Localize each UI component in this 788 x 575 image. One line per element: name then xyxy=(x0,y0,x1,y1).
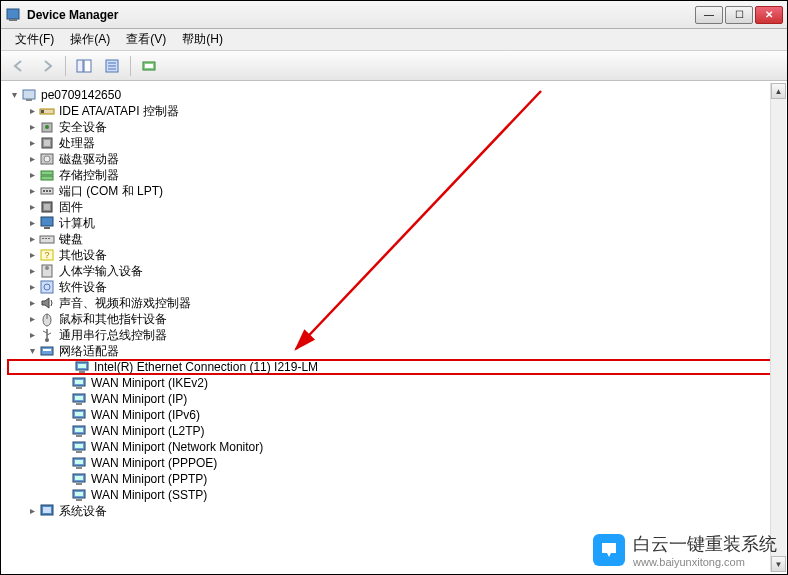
svg-point-42 xyxy=(45,338,49,342)
hid-icon xyxy=(39,263,55,279)
tree-node-label: WAN Miniport (SSTP) xyxy=(91,487,207,503)
maximize-button[interactable]: ☐ xyxy=(725,6,753,24)
tree-category[interactable]: ▸ 固件 xyxy=(7,199,785,215)
firmware-icon xyxy=(39,199,55,215)
tree-category[interactable]: ▸ ? 其他设备 xyxy=(7,247,785,263)
menu-help[interactable]: 帮助(H) xyxy=(174,29,231,50)
close-button[interactable]: ✕ xyxy=(755,6,783,24)
expand-icon[interactable]: ▸ xyxy=(25,168,39,182)
tree-network-adapter[interactable]: Intel(R) Ethernet Connection (11) I219-L… xyxy=(7,359,785,375)
svg-rect-68 xyxy=(76,467,82,469)
tree-node-label: 计算机 xyxy=(59,215,95,231)
svg-rect-30 xyxy=(40,236,54,243)
adapter-icon xyxy=(71,375,87,391)
expand-icon[interactable]: ▸ xyxy=(25,280,39,294)
tree-category[interactable]: ▸ 安全设备 xyxy=(7,119,785,135)
tree-network-adapter[interactable]: WAN Miniport (SSTP) xyxy=(7,487,785,503)
scroll-up-button[interactable]: ▲ xyxy=(771,83,786,99)
svg-rect-47 xyxy=(43,349,51,351)
tree-category[interactable]: ▸ 键盘 xyxy=(7,231,785,247)
expand-icon[interactable]: ▸ xyxy=(25,328,39,342)
tree-node-label: WAN Miniport (IKEv2) xyxy=(91,375,208,391)
title-bar: Device Manager — ☐ ✕ xyxy=(1,1,787,29)
forward-button[interactable] xyxy=(35,54,59,78)
minimize-button[interactable]: — xyxy=(695,6,723,24)
menu-view[interactable]: 查看(V) xyxy=(118,29,174,50)
expand-icon[interactable]: ▸ xyxy=(25,184,39,198)
expand-icon[interactable]: ▸ xyxy=(25,232,39,246)
tree-node-label: WAN Miniport (IPv6) xyxy=(91,407,200,423)
tree-category[interactable]: ▸ 存储控制器 xyxy=(7,167,785,183)
tree-category[interactable]: ▸ 计算机 xyxy=(7,215,785,231)
adapter-icon xyxy=(71,391,87,407)
usb-icon xyxy=(39,327,55,343)
tree-root[interactable]: ▾ pe0709142650 xyxy=(7,87,785,103)
menu-action[interactable]: 操作(A) xyxy=(62,29,118,50)
storage-icon xyxy=(39,167,55,183)
watermark: 白云一键重装系统 www.baiyunxitong.com xyxy=(593,532,777,568)
port-icon xyxy=(39,183,55,199)
tree-network-adapter[interactable]: WAN Miniport (PPPOE) xyxy=(7,455,785,471)
expand-icon[interactable]: ▸ xyxy=(25,264,39,278)
expand-icon[interactable]: ▸ xyxy=(25,216,39,230)
tree-category[interactable]: ▸ 软件设备 xyxy=(7,279,785,295)
tree-category[interactable]: ▸ 鼠标和其他指针设备 xyxy=(7,311,785,327)
tree-category[interactable]: ▸ 系统设备 xyxy=(7,503,785,519)
network-icon xyxy=(39,343,55,359)
svg-point-37 xyxy=(45,266,49,270)
keyboard-icon xyxy=(39,231,55,247)
properties-button[interactable] xyxy=(100,54,124,78)
device-tree[interactable]: ▾ pe0709142650 ▸ IDE ATA/ATAPI 控制器 ▸ 安全设… xyxy=(1,81,787,574)
mouse-icon xyxy=(39,311,55,327)
expand-icon[interactable]: ▸ xyxy=(25,248,39,262)
audio-icon xyxy=(39,295,55,311)
expand-icon[interactable]: ▸ xyxy=(25,152,39,166)
back-button[interactable] xyxy=(7,54,31,78)
scroll-track[interactable] xyxy=(771,99,786,556)
tree-network-adapter[interactable]: WAN Miniport (IKEv2) xyxy=(7,375,785,391)
collapse-icon[interactable]: ▾ xyxy=(7,88,21,102)
tree-category[interactable]: ▸ IDE ATA/ATAPI 控制器 xyxy=(7,103,785,119)
tree-category[interactable]: ▸ 人体学输入设备 xyxy=(7,263,785,279)
tree-node-label: WAN Miniport (PPTP) xyxy=(91,471,207,487)
other-icon: ? xyxy=(39,247,55,263)
expand-icon[interactable]: ▸ xyxy=(25,200,39,214)
tree-category[interactable]: ▸ 通用串行总线控制器 xyxy=(7,327,785,343)
svg-rect-65 xyxy=(76,451,82,453)
svg-rect-28 xyxy=(41,217,53,226)
tree-category[interactable]: ▸ 处理器 xyxy=(7,135,785,151)
show-hidden-button[interactable] xyxy=(72,54,96,78)
svg-rect-49 xyxy=(78,364,86,368)
tree-network-adapter[interactable]: WAN Miniport (PPTP) xyxy=(7,471,785,487)
expand-icon[interactable]: ▸ xyxy=(25,120,39,134)
tree-node-label: 键盘 xyxy=(59,231,83,247)
toolbar-separator xyxy=(130,56,131,76)
svg-rect-53 xyxy=(76,387,82,389)
security-icon xyxy=(39,119,55,135)
tree-network-adapter[interactable]: WAN Miniport (L2TP) xyxy=(7,423,785,439)
tree-node-label: 鼠标和其他指针设备 xyxy=(59,311,167,327)
menu-file[interactable]: 文件(F) xyxy=(7,29,62,50)
svg-rect-73 xyxy=(75,492,83,496)
tree-network-adapter[interactable]: WAN Miniport (Network Monitor) xyxy=(7,439,785,455)
tree-node-label: 磁盘驱动器 xyxy=(59,151,119,167)
scan-hardware-button[interactable] xyxy=(137,54,161,78)
expand-icon[interactable]: ▸ xyxy=(25,296,39,310)
disk-icon xyxy=(39,151,55,167)
tree-network-adapter[interactable]: WAN Miniport (IP) xyxy=(7,391,785,407)
tree-network-adapter[interactable]: WAN Miniport (IPv6) xyxy=(7,407,785,423)
expand-icon[interactable]: ▸ xyxy=(25,136,39,150)
expand-icon[interactable]: ▸ xyxy=(25,104,39,118)
vertical-scrollbar[interactable]: ▲ ▼ xyxy=(770,83,786,572)
svg-rect-61 xyxy=(75,428,83,432)
tree-category[interactable]: ▸ 端口 (COM 和 LPT) xyxy=(7,183,785,199)
tree-category[interactable]: ▸ 声音、视频和游戏控制器 xyxy=(7,295,785,311)
svg-rect-3 xyxy=(84,60,91,72)
expand-icon[interactable]: ▸ xyxy=(25,312,39,326)
tree-node-label: 存储控制器 xyxy=(59,167,119,183)
expand-icon[interactable]: ▸ xyxy=(25,504,39,518)
collapse-icon[interactable]: ▾ xyxy=(25,344,39,358)
svg-rect-71 xyxy=(76,483,82,485)
tree-category[interactable]: ▸ 磁盘驱动器 xyxy=(7,151,785,167)
tree-category-network[interactable]: ▾ 网络适配器 xyxy=(7,343,785,359)
